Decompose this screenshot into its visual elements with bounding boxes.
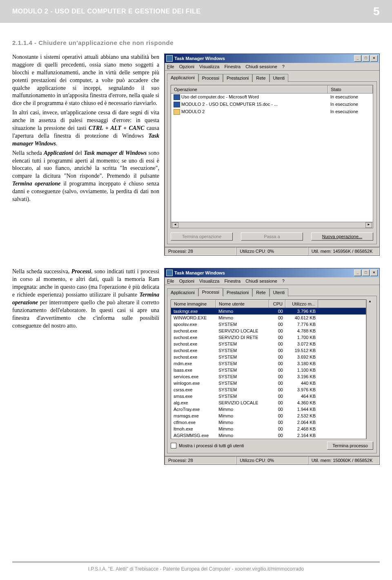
col-utilizzo-mem[interactable]: Utilizzo m... — [285, 300, 318, 308]
tab-applicazioni[interactable]: Applicazioni — [167, 74, 198, 82]
minimize-button[interactable]: _ — [354, 55, 361, 62]
termina-operazione-button[interactable]: Termina operazione — [171, 232, 233, 241]
col-cpu[interactable]: CPU — [269, 300, 285, 308]
menu-finestra[interactable]: Finestra — [224, 279, 241, 283]
close-button[interactable]: × — [370, 270, 378, 276]
tab-processi[interactable]: Processi — [198, 288, 223, 296]
minimize-button[interactable]: _ — [354, 270, 361, 276]
app-icon — [166, 55, 173, 62]
col-stato[interactable]: Stato — [328, 85, 373, 93]
section-heading: 2.1.1.4 - Chiudere un'applicazione che n… — [12, 39, 380, 46]
scroll-right-icon[interactable]: ► — [365, 222, 372, 228]
table-row[interactable]: AGRSMMSG.exeMimmo002.164 KB — [171, 432, 366, 439]
page-footer: I.P.S.I.A. "E. Aletti" di Trebisacce - P… — [12, 561, 380, 572]
header-title: MODULO 2 - USO DEL COMPUTER E GESTIONE D… — [12, 8, 200, 15]
horizontal-scrollbar[interactable]: ◄ ► — [171, 222, 373, 228]
table-row[interactable]: smss.exeSYSTEM00464 KB — [171, 393, 366, 399]
table-row[interactable]: services.exeSYSTEM003.196 KB — [171, 373, 366, 380]
list-item[interactable]: MODULO 2 In esecuzione — [171, 108, 373, 116]
menubar[interactable]: File Opzioni Visualizza Finestra Chiudi … — [165, 63, 379, 71]
tab-processi[interactable]: Processi — [198, 74, 223, 82]
maximize-button[interactable]: □ — [362, 270, 370, 276]
word-icon — [174, 102, 180, 107]
menu-visualizza[interactable]: Visualizza — [199, 64, 219, 69]
table-row[interactable]: spoolsv.exeSYSTEM007.776 KB — [171, 321, 366, 328]
close-button[interactable]: × — [370, 55, 378, 62]
vertical-scrollbar[interactable]: ▲ — [366, 299, 373, 439]
table-row[interactable]: winlogon.exeSYSTEM00440 KB — [171, 380, 366, 386]
para3: Nella scheda Applicazioni del Task manag… — [12, 149, 159, 203]
table-row[interactable]: svchost.exeSERVIZIO LOCALE004.788 KB — [171, 328, 366, 334]
tab-utenti[interactable]: Utenti — [270, 74, 289, 82]
table-row[interactable]: mdm.exeSYSTEM003.180 KB — [171, 360, 366, 367]
table-row[interactable]: lsass.exeSYSTEM001.100 KB — [171, 367, 366, 373]
body-text-1: Nonostante i sistemi operativi attuali a… — [12, 54, 159, 256]
table-row[interactable]: ctfmon.exeMimmo002.064 KB — [171, 419, 366, 426]
table-row[interactable]: msmsgs.exeMimmo002.532 KB — [171, 413, 366, 419]
menu-file[interactable]: File — [167, 64, 174, 69]
menu-file[interactable]: File — [167, 279, 174, 283]
table-row[interactable]: svchost.exeSYSTEM003.692 KB — [171, 354, 366, 360]
menu-chiudi[interactable]: Chiudi sessione — [245, 279, 277, 283]
table-row[interactable]: ltmoh.exeMimmo002.468 KB — [171, 426, 366, 432]
window-title: Task Manager Windows — [174, 56, 225, 61]
status-mem: Util. mem: 150060K / 865852K — [308, 456, 379, 464]
table-row[interactable]: taskmgr.exeMimmo003.796 KB — [171, 308, 366, 315]
status-mem: Util. mem: 145956K / 865852K — [308, 247, 379, 255]
para4: Nella scheda successiva, Processi, sono … — [12, 268, 159, 330]
para2: In altri casi, invece, un'applicazione c… — [12, 109, 159, 147]
applications-listview[interactable]: Operazione Stato Uso del computer.doc - … — [171, 85, 373, 228]
scroll-up-icon[interactable]: ▲ — [367, 299, 373, 305]
processes-listview[interactable]: Nome immagine Nome utente CPU Utilizzo m… — [171, 299, 366, 439]
col-nome-immagine[interactable]: Nome immagine — [171, 300, 216, 308]
folder-icon — [174, 109, 180, 115]
table-row[interactable]: svchost.exeSYSTEM0019.512 KB — [171, 347, 366, 354]
page-header: MODULO 2 - USO DEL COMPUTER E GESTIONE D… — [0, 0, 392, 23]
menubar[interactable]: File Opzioni Visualizza Finestra Chiudi … — [165, 277, 379, 285]
table-row[interactable]: AcroTray.exeMimmo001.944 KB — [171, 406, 366, 413]
body-text-2: Nella scheda successiva, Processi, sono … — [12, 268, 159, 465]
show-all-users-label: Mostra i processi di tutti gli utenti — [179, 443, 244, 448]
termina-processo-button[interactable]: Termina processo — [327, 442, 373, 450]
table-row[interactable]: svchost.exeSYSTEM003.072 KB — [171, 341, 366, 347]
table-row[interactable]: svchost.exeSERVIZIO DI RETE001.700 KB — [171, 334, 366, 341]
task-manager-applications-window: Task Manager Windows _ □ × File Opzioni … — [164, 54, 380, 256]
table-row[interactable]: WINWORD.EXEMimmo0040.612 KB — [171, 315, 366, 321]
col-operazione[interactable]: Operazione — [171, 85, 328, 93]
tab-strip: Applicazioni Processi Prestazioni Rete U… — [165, 71, 379, 81]
status-processi: Processi: 28 — [165, 456, 236, 464]
tab-applicazioni[interactable]: Applicazioni — [167, 288, 198, 297]
col-nome-utente[interactable]: Nome utente — [216, 300, 269, 308]
tab-rete[interactable]: Rete — [252, 288, 269, 297]
tab-utenti[interactable]: Utenti — [270, 288, 289, 297]
scroll-left-icon[interactable]: ◄ — [172, 222, 178, 228]
page-number: 5 — [373, 5, 380, 18]
list-item[interactable]: MODULO 2 - USO DEL COMPUTER 15.doc - ...… — [171, 101, 373, 108]
list-item[interactable]: Uso del computer.doc - Microsoft Word In… — [171, 94, 373, 101]
menu-opzioni[interactable]: Opzioni — [179, 279, 194, 283]
menu-help[interactable]: ? — [282, 279, 285, 283]
window-title: Task Manager Windows — [174, 270, 225, 275]
statusbar: Processi: 28 Utilizzo CPU: 0% Util. mem:… — [165, 247, 379, 255]
window-titlebar[interactable]: Task Manager Windows _ □ × — [165, 54, 379, 63]
table-row[interactable]: alg.exeSERVIZIO LOCALE004.360 KB — [171, 399, 366, 406]
menu-chiudi[interactable]: Chiudi sessione — [245, 64, 277, 69]
word-icon — [174, 94, 180, 100]
menu-opzioni[interactable]: Opzioni — [179, 64, 194, 69]
passa-a-button[interactable]: Passa a — [241, 232, 303, 241]
window-titlebar[interactable]: Task Manager Windows _ □ × — [165, 268, 379, 277]
para1: Nonostante i sistemi operativi attuali a… — [12, 54, 159, 107]
menu-help[interactable]: ? — [282, 64, 285, 69]
table-row[interactable]: csrss.exeSYSTEM003.976 KB — [171, 386, 366, 393]
tab-prestazioni[interactable]: Prestazioni — [223, 288, 252, 297]
status-processi: Processi: 28 — [165, 247, 236, 255]
show-all-users-checkbox[interactable] — [171, 443, 176, 448]
task-manager-processes-window: Task Manager Windows _ □ × File Opzioni … — [164, 268, 380, 465]
tab-prestazioni[interactable]: Prestazioni — [223, 74, 252, 82]
tab-rete[interactable]: Rete — [252, 74, 269, 82]
menu-visualizza[interactable]: Visualizza — [199, 279, 219, 283]
maximize-button[interactable]: □ — [362, 55, 370, 62]
menu-finestra[interactable]: Finestra — [224, 64, 241, 69]
statusbar: Processi: 28 Utilizzo CPU: 0% Util. mem:… — [165, 456, 379, 464]
nuova-operazione-button[interactable]: Nuova operazione... — [311, 232, 373, 241]
